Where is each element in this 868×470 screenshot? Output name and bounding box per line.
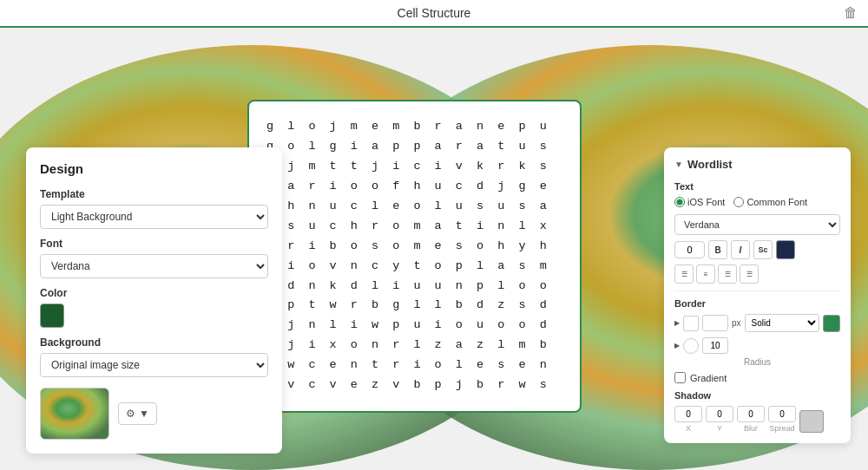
border-controls-row1: ▶ px Solid Dashed Dotted	[674, 314, 840, 332]
panel-bottom: ⚙ ▼	[40, 388, 268, 440]
border-color-button[interactable]	[823, 315, 840, 332]
color-swatch[interactable]	[40, 304, 64, 328]
shadow-controls: X Y Blur Spread	[674, 406, 840, 433]
text-color-button[interactable]	[776, 240, 795, 259]
wordlist-title: Wordlist	[687, 158, 733, 171]
shadow-blur-input[interactable]	[737, 406, 765, 422]
shadow-spread-input[interactable]	[768, 406, 796, 422]
font-label: Font	[40, 238, 268, 250]
italic-button[interactable]: I	[731, 240, 750, 259]
border-box-icon	[683, 316, 699, 331]
font-select[interactable]: Verdana Arial Times New Roman	[40, 254, 268, 278]
design-panel: Design Template Light Background Dark Ba…	[26, 147, 282, 454]
shadow-section-label: Shadow	[674, 390, 840, 401]
shadow-y-label: Y	[717, 424, 722, 433]
collapse-arrow[interactable]: ▼	[674, 160, 683, 169]
shadow-y-group: Y	[706, 406, 733, 433]
background-label: Background	[40, 336, 268, 349]
wordlist-font-select[interactable]: Verdana Arial Times New Roman	[674, 214, 840, 235]
common-font-radio[interactable]	[733, 197, 744, 207]
color-label: Color	[40, 287, 268, 299]
wordlist-panel: ▼ Wordlist Text iOS Font Common Font Ver…	[664, 147, 851, 443]
border-triangle-icon[interactable]: ▶	[674, 319, 680, 327]
shadow-spread-label: Spread	[769, 424, 794, 433]
text-format-controls: B I Sc	[674, 240, 840, 259]
font-type-radio-group: iOS Font Common Font	[674, 197, 840, 207]
shadow-color-button[interactable]	[799, 410, 824, 433]
common-font-label[interactable]: Common Font	[733, 197, 807, 207]
top-bar: Cell Structure 🗑	[0, 0, 868, 28]
divider-1	[674, 290, 840, 291]
gear-button[interactable]: ⚙ ▼	[118, 402, 157, 425]
gradient-row: Gradient	[674, 372, 840, 383]
align-justify-button[interactable]: ☰	[740, 264, 759, 284]
wordlist-header: ▼ Wordlist	[674, 158, 840, 171]
shadow-x-label: X	[686, 424, 691, 433]
gear-dropdown-arrow: ▼	[139, 408, 149, 420]
wordsearch-box: g l o j m e m b r a n e p u g o l g i a …	[247, 100, 582, 413]
bold-button[interactable]: B	[708, 240, 727, 259]
image-thumbnail	[40, 388, 109, 440]
shadow-x-group: X	[674, 406, 702, 433]
border-px-unit: px	[732, 318, 741, 328]
template-select[interactable]: Light Background Dark Background Transpa…	[40, 205, 268, 229]
template-label: Template	[40, 188, 268, 200]
align-right-button[interactable]: ☰	[718, 264, 737, 284]
border-style-select[interactable]: Solid Dashed Dotted	[745, 314, 819, 332]
background-select[interactable]: Original image size Custom size Fit to s…	[40, 353, 268, 377]
design-panel-title: Design	[40, 161, 268, 176]
shadow-x-input[interactable]	[674, 406, 702, 422]
font-size-input[interactable]	[674, 241, 705, 258]
shadow-blur-group: Blur	[737, 406, 765, 433]
ios-font-radio[interactable]	[674, 197, 685, 207]
radius-label: Radius	[674, 357, 840, 367]
gradient-label: Gradient	[690, 373, 727, 383]
gear-icon: ⚙	[126, 408, 135, 420]
strikethrough-button[interactable]: Sc	[753, 240, 773, 259]
trash-icon[interactable]: 🗑	[844, 5, 858, 21]
align-center-button[interactable]: ≡	[696, 264, 715, 284]
border-section-label: Border	[674, 298, 840, 309]
ios-font-label[interactable]: iOS Font	[674, 197, 725, 207]
text-section-label: Text	[674, 181, 840, 192]
border-width-input[interactable]	[702, 315, 728, 331]
radius-triangle-icon[interactable]: ▶	[674, 342, 680, 349]
shadow-y-input[interactable]	[706, 406, 733, 422]
gradient-checkbox[interactable]	[674, 372, 686, 383]
align-left-button[interactable]: ☰	[674, 264, 694, 284]
shadow-blur-label: Blur	[744, 424, 758, 433]
border-radius-input[interactable]	[702, 337, 728, 354]
shadow-spread-group: Spread	[768, 406, 796, 433]
border-radius-row: ▶	[674, 337, 840, 354]
wordsearch-grid: g l o j m e m b r a n e p u g o l g i a …	[266, 117, 562, 395]
radius-icon	[683, 338, 699, 354]
page-title: Cell Structure	[398, 6, 471, 20]
alignment-buttons: ☰ ≡ ☰ ☰	[674, 264, 840, 284]
